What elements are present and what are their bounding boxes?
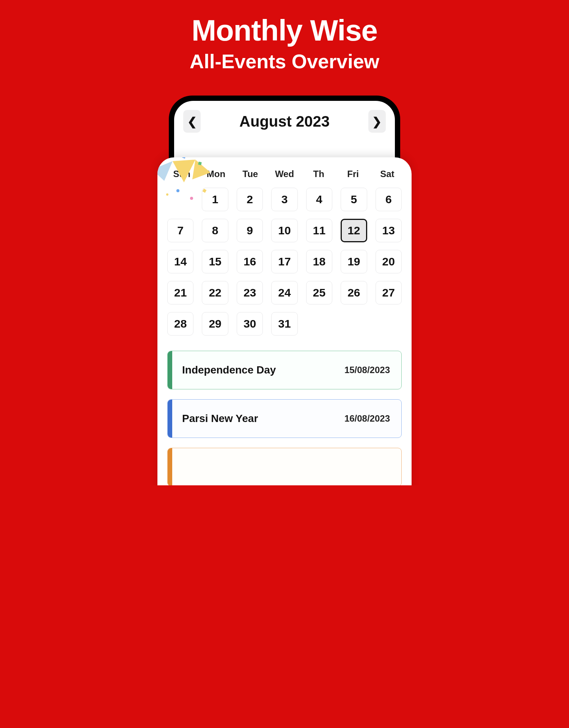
weekday-label: Tue xyxy=(236,169,265,179)
headline-block: Monthly Wise All-Events Overview xyxy=(102,15,467,73)
event-card[interactable]: Independence Day15/08/2023 xyxy=(167,351,402,389)
day-cell[interactable]: 13 xyxy=(376,219,402,242)
day-cell[interactable]: 25 xyxy=(306,281,332,304)
day-cell[interactable]: 9 xyxy=(237,219,263,242)
day-cell[interactable]: 7 xyxy=(167,219,193,242)
app-screenshot: Monthly Wise All-Events Overview ❮ Augus… xyxy=(102,0,467,485)
day-cell[interactable]: 21 xyxy=(167,281,193,304)
day-cell[interactable]: 26 xyxy=(341,281,367,304)
event-name: Independence Day xyxy=(182,364,276,376)
weekday-label: Mon xyxy=(201,169,230,179)
day-cell[interactable]: 19 xyxy=(341,250,367,273)
day-cell[interactable]: 4 xyxy=(306,188,332,211)
calendar-card: SunMonTueWedThFriSat 1234567891011121314… xyxy=(157,157,412,485)
day-cell[interactable]: 16 xyxy=(237,250,263,273)
day-cell[interactable]: 22 xyxy=(202,281,228,304)
svg-rect-3 xyxy=(182,157,186,158)
day-cell[interactable]: 1 xyxy=(202,188,228,211)
weekday-label: Sun xyxy=(167,169,196,179)
month-title: August 2023 xyxy=(239,113,330,130)
event-accent xyxy=(168,448,172,485)
day-cell[interactable]: 17 xyxy=(271,250,297,273)
day-blank xyxy=(167,188,193,211)
event-accent xyxy=(168,400,172,438)
event-accent xyxy=(168,351,172,389)
headline-title: Monthly Wise xyxy=(102,15,467,46)
event-card[interactable] xyxy=(167,448,402,485)
day-cell[interactable]: 24 xyxy=(271,281,297,304)
day-cell[interactable]: 23 xyxy=(237,281,263,304)
day-cell[interactable]: 3 xyxy=(271,188,297,211)
day-cell[interactable]: 10 xyxy=(271,219,297,242)
event-list: Independence Day15/08/2023Parsi New Year… xyxy=(167,351,402,485)
prev-month-button[interactable]: ❮ xyxy=(183,110,201,133)
day-cell[interactable]: 28 xyxy=(167,312,193,336)
event-date: 15/08/2023 xyxy=(344,365,390,375)
event-card[interactable]: Parsi New Year16/08/2023 xyxy=(167,399,402,438)
day-cell[interactable]: 14 xyxy=(167,250,193,273)
day-cell[interactable]: 18 xyxy=(306,250,332,273)
day-cell[interactable]: 8 xyxy=(202,219,228,242)
day-cell[interactable]: 30 xyxy=(237,312,263,336)
chevron-left-icon: ❮ xyxy=(187,115,197,128)
day-cell[interactable]: 2 xyxy=(237,188,263,211)
weekday-label: Wed xyxy=(270,169,299,179)
month-header: ❮ August 2023 ❯ xyxy=(174,110,395,133)
next-month-button[interactable]: ❯ xyxy=(368,110,386,133)
weekday-label: Sat xyxy=(373,169,402,179)
headline-subtitle: All-Events Overview xyxy=(102,50,467,73)
day-cell[interactable]: 11 xyxy=(306,219,332,242)
event-date: 16/08/2023 xyxy=(344,413,390,424)
weekday-row: SunMonTueWedThFriSat xyxy=(167,169,402,179)
event-name: Parsi New Year xyxy=(182,413,258,425)
day-cell[interactable]: 31 xyxy=(271,312,297,336)
day-cell[interactable]: 5 xyxy=(341,188,367,211)
day-cell[interactable]: 6 xyxy=(376,188,402,211)
chevron-right-icon: ❯ xyxy=(372,115,382,128)
day-cell[interactable]: 20 xyxy=(376,250,402,273)
day-cell[interactable]: 12 xyxy=(341,219,367,242)
day-cell[interactable]: 15 xyxy=(202,250,228,273)
svg-rect-4 xyxy=(198,162,201,165)
day-cell[interactable]: 27 xyxy=(376,281,402,304)
weekday-label: Fri xyxy=(338,169,367,179)
day-cell[interactable]: 29 xyxy=(202,312,228,336)
days-grid: 1234567891011121314151617181920212223242… xyxy=(167,188,402,336)
weekday-label: Th xyxy=(304,169,333,179)
